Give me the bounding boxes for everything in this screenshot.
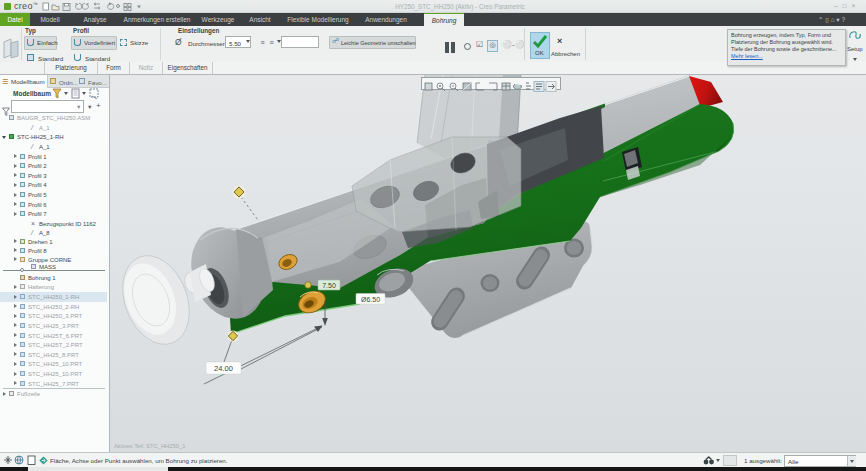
- svg-text:24.00: 24.00: [214, 364, 233, 373]
- svg-text:7.50: 7.50: [322, 282, 336, 289]
- svg-text:Ø6.50: Ø6.50: [361, 296, 380, 303]
